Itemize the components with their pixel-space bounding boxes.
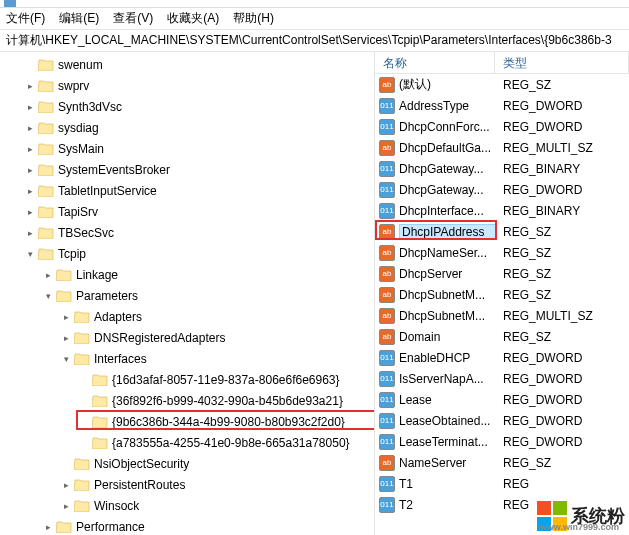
- chevron-right-icon[interactable]: ▸: [24, 227, 36, 239]
- value-type: REG_BINARY: [497, 162, 629, 176]
- tree-item-label: sysdiag: [58, 121, 99, 135]
- tree-item[interactable]: ▸SysMain: [0, 138, 374, 159]
- tree-item[interactable]: ▸Synth3dVsc: [0, 96, 374, 117]
- folder-icon: [38, 205, 54, 218]
- list-row[interactable]: 011LeaseObtained...REG_DWORD: [375, 410, 629, 431]
- menu-file[interactable]: 文件(F): [6, 10, 45, 27]
- watermark-url: www.win7999.com: [540, 522, 619, 532]
- list-row[interactable]: 011DhcpConnForc...REG_DWORD: [375, 116, 629, 137]
- list-row[interactable]: 011LeaseREG_DWORD: [375, 389, 629, 410]
- list-row[interactable]: 011DhcpInterface...REG_BINARY: [375, 200, 629, 221]
- binary-value-icon: 011: [379, 434, 395, 450]
- menu-view[interactable]: 查看(V): [113, 10, 153, 27]
- tree-item[interactable]: ▸TBSecSvc: [0, 222, 374, 243]
- list-row[interactable]: abDomainREG_SZ: [375, 326, 629, 347]
- list-row[interactable]: abDhcpSubnetM...REG_MULTI_SZ: [375, 305, 629, 326]
- list-row[interactable]: abDhcpNameSer...REG_SZ: [375, 242, 629, 263]
- value-type: REG_SZ: [497, 330, 629, 344]
- tree-item[interactable]: NsiObjectSecurity: [0, 453, 374, 474]
- tree-item[interactable]: ▸SystemEventsBroker: [0, 159, 374, 180]
- tree-item[interactable]: ▸TabletInputService: [0, 180, 374, 201]
- tree-item[interactable]: ▾Interfaces: [0, 348, 374, 369]
- menu-edit[interactable]: 编辑(E): [59, 10, 99, 27]
- binary-value-icon: 011: [379, 182, 395, 198]
- binary-value-icon: 011: [379, 371, 395, 387]
- tree-item[interactable]: ▾Tcpip: [0, 243, 374, 264]
- chevron-right-icon[interactable]: ▸: [42, 521, 54, 533]
- tree-item[interactable]: ▸swprv: [0, 75, 374, 96]
- address-bar[interactable]: 计算机\HKEY_LOCAL_MACHINE\SYSTEM\CurrentCon…: [0, 30, 629, 52]
- tree-item[interactable]: ▸sysdiag: [0, 117, 374, 138]
- value-type: REG_DWORD: [497, 372, 629, 386]
- list-row[interactable]: 011EnableDHCPREG_DWORD: [375, 347, 629, 368]
- folder-icon: [74, 457, 90, 470]
- tree-item[interactable]: {9b6c386b-344a-4b99-9080-b80b93c2f2d0}: [0, 411, 374, 432]
- list-row[interactable]: ab(默认)REG_SZ: [375, 74, 629, 95]
- tree-item[interactable]: ▸Adapters: [0, 306, 374, 327]
- value-name: DhcpSubnetM...: [399, 309, 497, 323]
- value-name: T1: [399, 477, 497, 491]
- col-header-type[interactable]: 类型: [495, 52, 629, 73]
- expander-empty: [24, 59, 36, 71]
- chevron-right-icon[interactable]: ▸: [24, 143, 36, 155]
- chevron-down-icon[interactable]: ▾: [60, 353, 72, 365]
- chevron-right-icon[interactable]: ▸: [42, 269, 54, 281]
- tree-item[interactable]: ▸Linkage: [0, 264, 374, 285]
- tree-item[interactable]: ▾Parameters: [0, 285, 374, 306]
- chevron-right-icon[interactable]: ▸: [60, 500, 72, 512]
- tree-item[interactable]: swenum: [0, 54, 374, 75]
- list-row[interactable]: abDhcpDefaultGa...REG_MULTI_SZ: [375, 137, 629, 158]
- value-name: DhcpGateway...: [399, 162, 497, 176]
- col-header-name[interactable]: 名称: [375, 52, 495, 73]
- chevron-right-icon[interactable]: ▸: [24, 164, 36, 176]
- tree-item-label: SystemEventsBroker: [58, 163, 170, 177]
- tree-item[interactable]: {a783555a-4255-41e0-9b8e-665a31a78050}: [0, 432, 374, 453]
- value-name: DhcpDefaultGa...: [399, 141, 497, 155]
- chevron-down-icon[interactable]: ▾: [42, 290, 54, 302]
- menu-help[interactable]: 帮助(H): [233, 10, 274, 27]
- string-value-icon: ab: [379, 455, 395, 471]
- list-row[interactable]: abDhcpServerREG_SZ: [375, 263, 629, 284]
- chevron-right-icon[interactable]: ▸: [24, 185, 36, 197]
- chevron-down-icon[interactable]: ▾: [24, 248, 36, 260]
- chevron-right-icon[interactable]: ▸: [24, 122, 36, 134]
- list-row[interactable]: abNameServerREG_SZ: [375, 452, 629, 473]
- tree-item[interactable]: ▸DNSRegisteredAdapters: [0, 327, 374, 348]
- list-row[interactable]: 011DhcpGateway...REG_DWORD: [375, 179, 629, 200]
- folder-icon: [38, 226, 54, 239]
- list-row[interactable]: abDhcpSubnetM...REG_SZ: [375, 284, 629, 305]
- tree-item[interactable]: ▸TapiSrv: [0, 201, 374, 222]
- chevron-right-icon[interactable]: ▸: [24, 101, 36, 113]
- binary-value-icon: 011: [379, 497, 395, 513]
- tree-item[interactable]: ▸Performance: [0, 516, 374, 535]
- tree-item[interactable]: ▸Winsock: [0, 495, 374, 516]
- list-row[interactable]: 011IsServerNapA...REG_DWORD: [375, 368, 629, 389]
- list-row[interactable]: 011LeaseTerminat...REG_DWORD: [375, 431, 629, 452]
- value-name: NameServer: [399, 456, 497, 470]
- binary-value-icon: 011: [379, 203, 395, 219]
- chevron-right-icon[interactable]: ▸: [24, 206, 36, 218]
- value-type: REG: [497, 477, 629, 491]
- tree-item-label: Performance: [76, 520, 145, 534]
- chevron-right-icon[interactable]: ▸: [60, 311, 72, 323]
- tree-item[interactable]: {36f892f6-b999-4032-990a-b45b6de93a21}: [0, 390, 374, 411]
- list-row[interactable]: 011T1REG: [375, 473, 629, 494]
- tree-item[interactable]: ▸PersistentRoutes: [0, 474, 374, 495]
- tree-item-label: {a783555a-4255-41e0-9b8e-665a31a78050}: [112, 436, 350, 450]
- list-row[interactable]: 011AddressTypeREG_DWORD: [375, 95, 629, 116]
- menu-favorites[interactable]: 收藏夹(A): [167, 10, 219, 27]
- chevron-right-icon[interactable]: ▸: [60, 479, 72, 491]
- folder-icon: [74, 331, 90, 344]
- list-row[interactable]: abDhcpIPAddressREG_SZ: [375, 221, 629, 242]
- tree-item[interactable]: {16d3afaf-8057-11e9-837a-806e6f6e6963}: [0, 369, 374, 390]
- folder-icon: [92, 373, 108, 386]
- binary-value-icon: 011: [379, 413, 395, 429]
- value-type: REG_SZ: [497, 225, 629, 239]
- chevron-right-icon[interactable]: ▸: [24, 80, 36, 92]
- list-view[interactable]: 名称 类型 ab(默认)REG_SZ011AddressTypeREG_DWOR…: [375, 52, 629, 535]
- chevron-right-icon[interactable]: ▸: [60, 332, 72, 344]
- list-row[interactable]: 011DhcpGateway...REG_BINARY: [375, 158, 629, 179]
- tree-item-label: Synth3dVsc: [58, 100, 122, 114]
- tree-view[interactable]: swenum▸swprv▸Synth3dVsc▸sysdiag▸SysMain▸…: [0, 52, 375, 535]
- folder-icon: [56, 289, 72, 302]
